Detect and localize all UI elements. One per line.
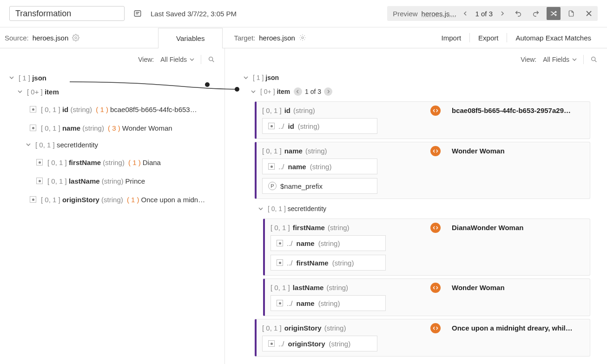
target-card-name[interactable]: [ 0, 1 ] name (string) Wonder Woman ../ … [255,142,590,199]
mapping-path: ../ [287,299,293,307]
field-type: (string) [293,106,315,114]
mapping-type: (string) [310,163,332,171]
view-dropdown[interactable]: All Fields [160,56,194,63]
target-node-item[interactable]: [ 0+ ] item 1 of 3 [225,85,607,99]
import-button[interactable]: Import [433,30,470,46]
source-settings-icon[interactable] [72,34,79,41]
close-button[interactable] [582,7,596,20]
item-prev-button[interactable] [294,87,302,96]
script-icon[interactable] [430,283,441,293]
chevron-down-icon[interactable] [26,142,33,147]
chevron-down-icon [190,57,194,62]
field-icon [36,178,43,184]
preview-value: Once upon a midnight dreary, while I… [452,324,573,332]
cardinality-label: [ 0, 1 ] [41,106,60,113]
preview-next-button[interactable] [496,8,508,19]
cardinality-label: [ 0, 1 ] [47,177,67,185]
field-name: item [45,88,59,96]
cardinality-label: [ 0, 1 ] [41,196,60,204]
field-name: name [62,124,80,132]
mapping-chip[interactable]: ../ name (string) [271,295,386,311]
item-next-button[interactable] [324,87,332,96]
source-file: heroes.json [33,34,69,42]
source-node-item[interactable]: [ 0+ ] item [9,85,224,99]
mapping-name: firstName [297,259,329,267]
last-saved-label: Last Saved 3/7/22, 3:05 PM [151,10,237,18]
source-field-firstname[interactable]: [ 0, 1 ] firstName (string) ( 1 ) Diana [9,155,224,169]
preview-value: Wonder Woman [452,147,505,155]
shuffle-button[interactable] [547,7,561,20]
preview-value: DianaWonder Woman [452,224,523,232]
mapping-chip[interactable]: ../ firstName (string) [271,255,386,271]
field-type: (string) [102,177,124,185]
source-field-name[interactable]: [ 0, 1 ] name (string) ( 3 ) Wonder Woma… [9,121,224,135]
tab-variables[interactable]: Variables [158,28,223,48]
cardinality-label: [ 0, 1 ] [35,141,55,149]
target-card-firstname[interactable]: [ 0, 1 ] firstName (string) DianaWonder … [263,218,590,276]
item-page-count: 1 of 3 [305,88,321,95]
field-name: lastName [69,177,100,185]
target-file: heroes.json [259,34,295,42]
notes-icon[interactable] [131,7,144,20]
field-type: (string) [326,284,348,291]
cardinality-label: [ 0, 1 ] [271,284,290,291]
field-icon [268,123,275,129]
field-name: secretIdentity [288,205,326,212]
mapping-name: name [297,239,315,247]
mapping-chip[interactable]: ../ name (string) [271,235,386,251]
undo-button[interactable] [511,7,525,20]
script-icon[interactable] [430,106,441,116]
target-node-secretidentity[interactable]: [ 0, 1 ] secretIdentity [225,202,607,216]
script-icon[interactable] [430,146,441,156]
source-field-id[interactable]: [ 0, 1 ] id (string) ( 1 ) bcae08f5-b665… [9,102,224,116]
source-field-originstory[interactable]: [ 0, 1 ] originStory (string) ( 1 ) Once… [9,192,224,206]
preview-prev-button[interactable] [460,8,471,19]
mapping-chip[interactable]: ../ id (string) [262,118,377,134]
source-node-json[interactable]: [ 1 ] json [9,71,224,85]
variable-chip[interactable]: P $name_prefix [262,178,377,194]
mapping-name: originStory [288,340,325,348]
target-card-id[interactable]: [ 0, 1 ] id (string) bcae08f5-b665-44fc-… [255,101,590,139]
view-label: View: [521,56,536,63]
chevron-down-icon[interactable] [18,89,24,94]
automap-button[interactable]: Automap Exact Matches [507,30,600,46]
export-button[interactable]: Export [470,30,507,46]
view-dropdown-target[interactable]: All Fields [543,56,577,63]
search-icon[interactable] [590,56,598,63]
svg-rect-0 [134,11,141,16]
mapping-type: (string) [318,299,340,307]
field-value: Prince [125,177,145,185]
variable-name: $name_prefix [280,182,323,190]
cardinality-label: [ 0, 1 ] [262,106,282,114]
target-card-lastname[interactable]: [ 0, 1 ] lastName (string) Wonder Woman … [263,278,590,316]
mapping-count: ( 1 ) [128,159,141,166]
field-type: (string) [101,196,123,204]
script-icon[interactable] [430,223,441,233]
target-settings-icon[interactable] [299,34,306,41]
script-icon[interactable] [430,323,441,333]
mapping-type: (string) [332,259,354,267]
mapping-chip[interactable]: ../ name (string) [262,159,377,174]
preview-file[interactable]: heroes.js… [422,10,457,18]
redo-button[interactable] [529,7,543,20]
field-type: (string) [70,106,92,113]
transformation-name-input[interactable] [9,6,125,21]
script-file-icon[interactable] [564,7,578,20]
source-field-lastname[interactable]: [ 0, 1 ] lastName (string) Prince [9,174,224,188]
search-icon[interactable] [208,56,215,63]
chevron-down-icon[interactable] [9,75,16,80]
source-node-secretidentity[interactable]: [ 0, 1 ] secretIdentity [9,138,224,152]
mapping-type: (string) [329,340,351,348]
mapping-chip[interactable]: ../ originStory (string) [262,336,377,351]
chevron-down-icon[interactable] [258,206,265,211]
chevron-down-icon[interactable] [244,75,250,80]
field-name: json [265,74,279,81]
target-node-json[interactable]: [ 1 ] json [225,71,607,85]
chevron-down-icon[interactable] [251,89,257,94]
mapping-path: ../ [287,259,293,267]
target-card-originstory[interactable]: [ 0, 1 ] originStory (string) Once upon … [255,319,590,357]
cardinality-label: [ 1 ] [19,74,30,82]
field-type: (string) [324,324,346,332]
field-value: Wonder Woman [122,124,172,132]
mapping-type: (string) [298,122,320,130]
